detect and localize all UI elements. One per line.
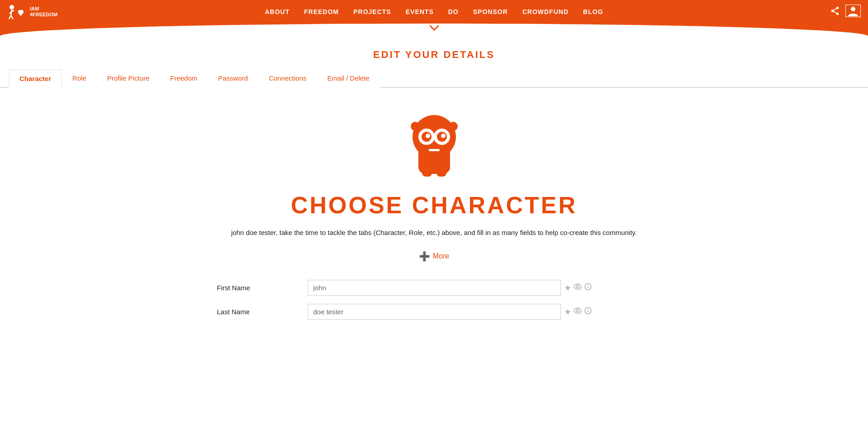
form-section: First Name ★ i bbox=[208, 280, 660, 328]
last-name-field-icons: ★ i bbox=[564, 307, 592, 316]
site-header: IAM4FREEDOM ABOUT FREEDOM PROJECTS EVENT… bbox=[0, 0, 868, 24]
nav-sponsor[interactable]: SPONSOR bbox=[473, 8, 508, 15]
nav-blog[interactable]: BLOG bbox=[583, 8, 603, 15]
tab-profile-picture[interactable]: Profile Picture bbox=[97, 70, 159, 88]
star-icon: ★ bbox=[564, 283, 571, 292]
last-name-row: Last Name ★ i bbox=[217, 304, 651, 320]
main-nav: ABOUT FREEDOM PROJECTS EVENTS DO SPONSOR… bbox=[265, 8, 603, 15]
logo[interactable]: IAM4FREEDOM bbox=[7, 4, 57, 20]
tab-password[interactable]: Password bbox=[208, 70, 258, 88]
svg-line-3 bbox=[11, 15, 13, 19]
svg-point-27 bbox=[574, 284, 581, 289]
svg-text:i: i bbox=[587, 285, 588, 289]
last-info-icon: i bbox=[584, 307, 592, 316]
header-wave bbox=[0, 24, 868, 36]
svg-rect-26 bbox=[436, 168, 446, 177]
svg-point-22 bbox=[426, 134, 430, 138]
svg-point-17 bbox=[449, 122, 458, 131]
nav-projects[interactable]: PROJECTS bbox=[353, 8, 391, 15]
tab-role[interactable]: Role bbox=[62, 70, 96, 88]
header-actions bbox=[830, 5, 861, 19]
first-name-row: First Name ★ i bbox=[217, 280, 651, 296]
svg-text:i: i bbox=[587, 309, 588, 313]
choose-character-title: CHOOSE CHARACTER bbox=[291, 192, 577, 219]
share-button[interactable] bbox=[830, 6, 840, 18]
tab-connections[interactable]: Connections bbox=[259, 70, 316, 88]
chevron-down-icon bbox=[429, 24, 440, 32]
plus-icon: ➕ bbox=[419, 251, 430, 262]
character-mascot bbox=[394, 101, 475, 181]
info-icon: i bbox=[584, 283, 592, 292]
svg-point-0 bbox=[9, 5, 14, 10]
eye-icon bbox=[574, 283, 582, 292]
last-name-label: Last Name bbox=[217, 308, 299, 316]
svg-point-32 bbox=[576, 309, 579, 312]
svg-point-13 bbox=[855, 6, 858, 9]
tabs-container: Character Role Profile Picture Freedom P… bbox=[0, 70, 868, 88]
svg-point-7 bbox=[831, 10, 834, 12]
tab-character[interactable]: Character bbox=[9, 70, 62, 88]
tab-email-delete[interactable]: Email / Delete bbox=[318, 70, 379, 88]
nav-freedom[interactable]: FREEDOM bbox=[304, 8, 339, 15]
first-name-field-icons: ★ i bbox=[564, 283, 592, 292]
main-content: CHOOSE CHARACTER john doe tester, take t… bbox=[0, 88, 868, 337]
page-title-section: EDIT YOUR DETAILS bbox=[0, 36, 868, 70]
first-name-input-wrapper: ★ i bbox=[308, 280, 651, 296]
last-star-icon: ★ bbox=[564, 307, 571, 316]
tab-freedom[interactable]: Freedom bbox=[160, 70, 207, 88]
mascot-container bbox=[394, 101, 475, 182]
page-title: EDIT YOUR DETAILS bbox=[0, 49, 868, 61]
character-subtitle: john doe tester, take the time to tackle… bbox=[231, 228, 637, 238]
svg-point-12 bbox=[851, 7, 855, 11]
first-name-label: First Name bbox=[217, 284, 299, 292]
svg-point-6 bbox=[836, 6, 839, 9]
svg-point-8 bbox=[836, 12, 839, 14]
more-label: More bbox=[433, 252, 449, 260]
user-icon bbox=[845, 5, 861, 17]
share-icon bbox=[830, 6, 840, 16]
last-eye-icon bbox=[574, 307, 582, 316]
nav-crowdfund[interactable]: CROWDFUND bbox=[522, 8, 569, 15]
user-button[interactable] bbox=[845, 5, 861, 19]
logo-icon bbox=[7, 4, 27, 20]
svg-line-10 bbox=[834, 8, 836, 10]
nav-about[interactable]: ABOUT bbox=[265, 8, 289, 15]
svg-point-23 bbox=[441, 134, 446, 138]
svg-rect-24 bbox=[429, 149, 440, 151]
nav-do[interactable]: DO bbox=[448, 8, 459, 15]
more-button[interactable]: ➕ More bbox=[419, 251, 449, 262]
first-name-input[interactable] bbox=[308, 280, 561, 296]
svg-point-28 bbox=[576, 285, 579, 288]
last-name-input[interactable] bbox=[308, 304, 561, 320]
last-name-input-wrapper: ★ i bbox=[308, 304, 651, 320]
svg-point-16 bbox=[411, 122, 420, 131]
svg-line-9 bbox=[834, 11, 836, 13]
svg-point-31 bbox=[574, 308, 581, 313]
logo-text: IAM4FREEDOM bbox=[30, 6, 57, 18]
nav-events[interactable]: EVENTS bbox=[406, 8, 434, 15]
svg-rect-25 bbox=[422, 168, 432, 177]
